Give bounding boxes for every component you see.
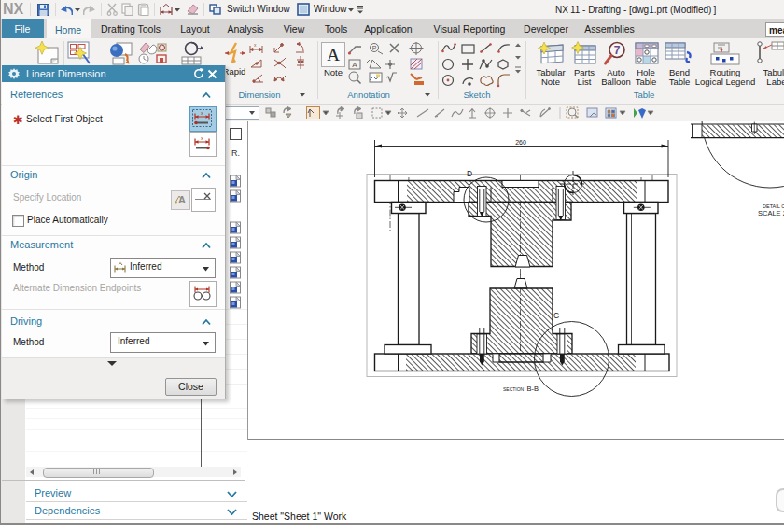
svg-text:P: P [372,45,377,51]
svg-text:A: A [327,45,340,64]
svg-text:A: A [352,61,357,69]
svg-text:260: 260 [515,139,526,146]
svg-text:x: x [254,42,257,48]
svg-text:SECTION: SECTION [503,386,525,392]
svg-text:x: x [201,135,203,141]
svg-text:C: C [553,311,559,320]
svg-text:7: 7 [614,44,621,57]
svg-text:D: D [467,169,472,178]
svg-text:x: x [201,110,203,116]
svg-text:B-B: B-B [527,385,539,393]
svg-text:SCALE 2 : 1: SCALE 2 : 1 [758,209,784,217]
